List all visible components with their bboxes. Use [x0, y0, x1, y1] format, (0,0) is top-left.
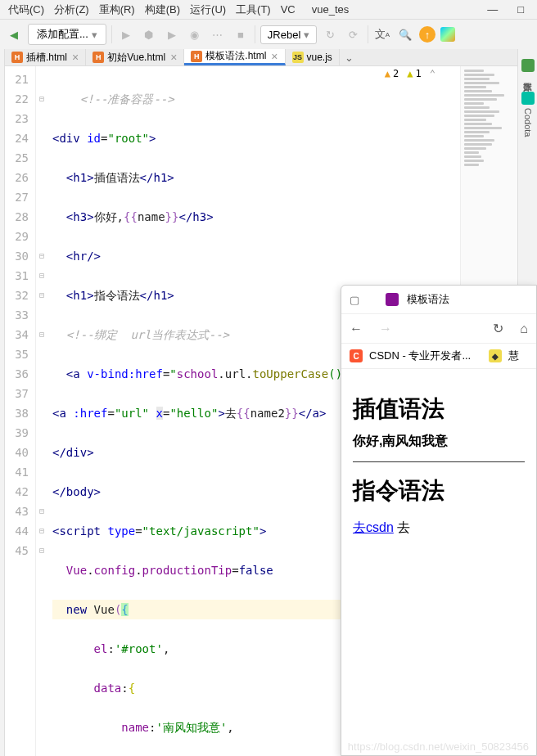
- close-icon[interactable]: ×: [170, 51, 177, 64]
- tab-initvue[interactable]: 初始Vue.html ×: [86, 49, 184, 65]
- bookmark-bar: C CSDN - 专业开发者... ◆ 慧: [341, 344, 536, 369]
- stop-icon[interactable]: ■: [232, 25, 250, 43]
- reload-icon[interactable]: ↻: [493, 321, 503, 336]
- debug-icon[interactable]: ⬢: [140, 25, 158, 43]
- run-config-dropdown[interactable]: 添加配置...▾: [28, 24, 106, 45]
- search-icon[interactable]: 🔍: [396, 25, 414, 43]
- browser-tab-bar: ▢ 模板语法: [341, 286, 536, 314]
- menu-build[interactable]: 构建(B): [140, 1, 185, 19]
- menu-run[interactable]: 运行(U): [185, 1, 231, 19]
- editor-tab-bar: 插槽.html × 初始Vue.html × 模板语法.html × vue.j…: [5, 49, 517, 66]
- menu-code[interactable]: 代码(C): [3, 1, 49, 19]
- menu-bar: 代码(C) 分析(Z) 重构(R) 构建(B) 运行(U) 工具(T) VC v…: [0, 0, 537, 20]
- maximize-icon[interactable]: □: [512, 2, 529, 17]
- html-icon: [93, 52, 104, 63]
- forward-icon[interactable]: →: [379, 322, 392, 336]
- page-link-csdn[interactable]: 去csdn: [353, 520, 394, 534]
- page-h1-directive: 指令语法: [353, 475, 525, 506]
- profile-icon[interactable]: ◉: [186, 25, 204, 43]
- inspection-chevron-icon[interactable]: ⌃: [430, 68, 435, 79]
- tab-overflow-icon[interactable]: ⌄: [340, 52, 359, 64]
- notification-icon[interactable]: ↑: [419, 26, 435, 43]
- browser-nav-bar: ← → ↻ ⌂: [341, 314, 536, 344]
- bookmark-favicon: ◆: [489, 349, 502, 362]
- back-icon[interactable]: ←: [350, 322, 363, 336]
- page-hr: [353, 461, 525, 462]
- database-tool-tab[interactable]: 数据库: [520, 54, 536, 80]
- weak-warning-icon: ▲: [407, 68, 413, 79]
- copilot-icon[interactable]: [440, 27, 455, 42]
- html-icon: [11, 52, 23, 63]
- page-h3-hello: 你好,南风知我意: [353, 433, 525, 450]
- bookmark-csdn[interactable]: CSDN - 专业开发者...: [369, 349, 471, 363]
- minimize-icon[interactable]: —: [482, 2, 503, 17]
- rendered-page: 插值语法 你好,南风知我意 指令语法 去csdn 去: [341, 369, 536, 755]
- attach-icon[interactable]: ⋯: [209, 25, 227, 43]
- translate-icon[interactable]: 文A: [373, 25, 391, 43]
- close-icon[interactable]: ×: [271, 50, 278, 63]
- window-title: vue_tes: [307, 2, 354, 17]
- menu-tools[interactable]: 工具(T): [231, 1, 276, 19]
- tab-template[interactable]: 模板语法.html ×: [184, 49, 285, 65]
- inspection-widget[interactable]: ▲2 ▲1 ⌃: [385, 68, 435, 79]
- tab-slot[interactable]: 插槽.html ×: [5, 49, 86, 65]
- page-text-after: 去: [394, 520, 410, 534]
- gutter-line-numbers: 2122232425262728293031323334353637383940…: [5, 66, 36, 756]
- page-h1-interp: 插值语法: [353, 394, 525, 425]
- warning-icon: ▲: [385, 68, 390, 79]
- menu-vc[interactable]: VC: [276, 2, 300, 17]
- html-icon: [191, 51, 202, 62]
- menu-analyze[interactable]: 分析(Z): [49, 1, 94, 19]
- menu-refactor[interactable]: 重构(R): [94, 1, 140, 19]
- tab-vuejs[interactable]: vue.js: [286, 49, 340, 65]
- browser-favicon: [386, 293, 399, 306]
- toolbar: ◀ 添加配置...▾ ▶ ⬢ ▶ ◉ ⋯ ■ JRebel ▾ ↻ ⟳ 文A 🔍…: [0, 20, 537, 49]
- fold-gutter[interactable]: ⊟ ⊟⊟⊟ ⊟ ⊟⊟⊟: [36, 66, 47, 756]
- jrebel-dropdown[interactable]: JRebel ▾: [260, 25, 317, 44]
- browser-tab-title[interactable]: 模板语法: [407, 292, 449, 307]
- csdn-favicon: C: [350, 349, 363, 362]
- watermark: https://blog.csdn.net/weixin_50823456: [348, 740, 529, 753]
- jrebel-icon2[interactable]: ⟳: [345, 25, 363, 43]
- js-icon: [292, 52, 304, 63]
- close-icon[interactable]: ×: [72, 51, 79, 64]
- back-arrow-icon[interactable]: ◀: [5, 25, 23, 43]
- bookmark-other[interactable]: 慧: [508, 349, 519, 363]
- coverage-icon[interactable]: ▶: [163, 25, 181, 43]
- run-icon[interactable]: ▶: [117, 25, 135, 43]
- jrebel-icon[interactable]: ↻: [322, 25, 340, 43]
- codota-tool-tab[interactable]: Codota: [520, 87, 536, 142]
- browser-preview: ▢ 模板语法 ← → ↻ ⌂ C CSDN - 专业开发者... ◆ 慧 插值语…: [341, 285, 537, 756]
- home-icon[interactable]: ⌂: [520, 322, 528, 336]
- tab-list-icon[interactable]: ▢: [350, 294, 359, 306]
